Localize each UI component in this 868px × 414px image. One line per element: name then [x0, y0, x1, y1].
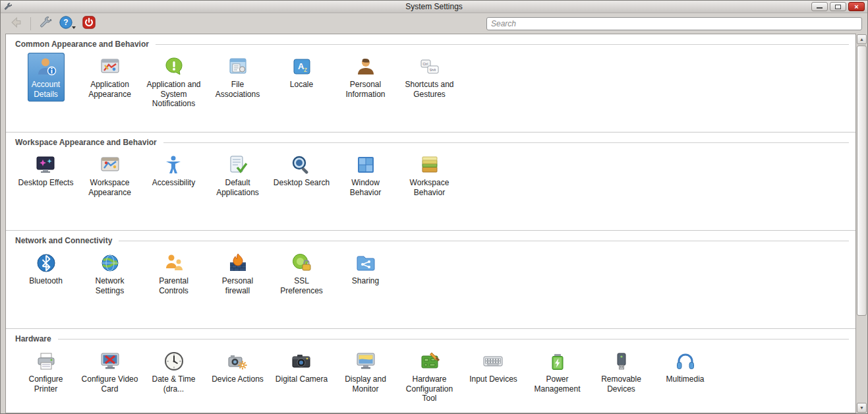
settings-item-account-details[interactable]: Account Details — [14, 53, 78, 102]
settings-item-inner: Account Details — [28, 53, 65, 102]
settings-item-label: Desktop Effects — [18, 178, 74, 188]
settings-item-inner: Bluetooth — [27, 249, 65, 289]
settings-content: Common Appearance and BehaviorAccount De… — [5, 34, 856, 413]
settings-item-bluetooth[interactable]: Bluetooth — [14, 249, 78, 289]
section-rule — [163, 142, 849, 143]
back-button[interactable] — [6, 15, 26, 33]
settings-item-window-behavior[interactable]: Window Behavior — [333, 151, 397, 200]
power-icon — [82, 15, 96, 32]
settings-item-hardware-configuration-tool[interactable]: Hardware Configuration Tool — [397, 347, 461, 406]
settings-item-label: Network Settings — [82, 276, 138, 295]
close-icon: × — [854, 3, 858, 11]
settings-item-personal-firewall[interactable]: Personal firewall — [206, 249, 270, 298]
settings-item-label: Sharing — [352, 276, 379, 286]
device-actions-icon — [226, 350, 248, 372]
file-associations-icon — [227, 55, 249, 78]
settings-item-digital-camera[interactable]: Digital Camera — [270, 347, 333, 387]
settings-item-inner: Personal firewall — [208, 249, 268, 298]
sharing-icon — [355, 252, 377, 274]
settings-item-locale[interactable]: AzLocale — [270, 53, 333, 92]
configure-video-card-icon — [99, 350, 121, 372]
settings-item-inner: File Associations — [208, 53, 268, 102]
settings-item-label: Hardware Configuration Tool — [401, 374, 458, 403]
settings-item-label: Application and System Notifications — [146, 80, 202, 109]
svg-text:Ctrl: Ctrl — [422, 62, 428, 66]
settings-item-application-appearance[interactable]: Application Appearance — [78, 53, 142, 102]
section-header: Network and Connectivity — [10, 232, 852, 249]
settings-item-workspace-behavior[interactable]: Workspace Behavior — [397, 151, 461, 200]
section-items: Account DetailsApplication AppearanceApp… — [10, 53, 852, 113]
settings-item-inner: Input Devices — [467, 347, 519, 387]
close-button[interactable]: × — [848, 2, 865, 11]
settings-item-inner: Configure Printer — [16, 347, 76, 396]
settings-item-inner: Sharing — [350, 249, 381, 289]
settings-item-removable-devices[interactable]: Removable Devices — [589, 347, 653, 396]
settings-item-label: Workspace Appearance — [82, 178, 138, 197]
settings-item-shortcuts-and-gestures[interactable]: CtrlShiftShortcuts and Gestures — [397, 53, 461, 102]
settings-item-inner: CtrlShiftShortcuts and Gestures — [399, 53, 460, 102]
section-header: Common Appearance and Behavior — [10, 36, 852, 53]
section-items: Desktop EffectsWorkspace AppearanceAcces… — [10, 151, 852, 212]
section-items: BluetoothNetwork SettingsParental Contro… — [10, 249, 852, 310]
settings-item-sharing[interactable]: Sharing — [333, 249, 397, 289]
configure-button[interactable] — [36, 15, 55, 33]
section-title: Workspace Appearance and Behavior — [15, 138, 157, 147]
settings-item-label: Display and Monitor — [337, 374, 394, 394]
back-arrow-icon — [9, 15, 23, 32]
settings-item-inner: Accessibility — [150, 151, 197, 191]
workspace-appearance-icon — [99, 154, 121, 176]
scroll-up-button[interactable]: ▲ — [857, 34, 867, 44]
desktop-search-icon — [290, 154, 312, 176]
application-appearance-icon — [99, 55, 121, 78]
settings-item-desktop-search[interactable]: Desktop Search — [270, 151, 333, 191]
settings-item-file-associations[interactable]: File Associations — [206, 53, 270, 102]
settings-item-label: Input Devices — [469, 374, 517, 384]
window-title: System Settings — [1, 2, 867, 11]
settings-item-input-devices[interactable]: Input Devices — [461, 347, 525, 387]
scrollbar-track[interactable] — [857, 45, 867, 401]
titlebar[interactable]: System Settings × — [1, 1, 867, 13]
maximize-icon — [835, 5, 841, 9]
personal-information-icon — [355, 55, 377, 78]
settings-item-default-applications[interactable]: Default Applications — [206, 151, 270, 200]
settings-item-configure-printer[interactable]: Configure Printer — [14, 347, 78, 396]
settings-item-inner: Application and System Notifications — [144, 53, 204, 111]
settings-item-display-and-monitor[interactable]: Display and Monitor — [333, 347, 397, 396]
settings-item-ssl-preferences[interactable]: SSL Preferences — [270, 249, 333, 298]
settings-item-parental-controls[interactable]: Parental Controls — [142, 249, 206, 298]
settings-item-inner: Network Settings — [80, 249, 140, 298]
settings-item-inner: Date & Time (dra... — [144, 347, 204, 396]
window-controls: × — [811, 2, 865, 11]
window-behavior-icon — [355, 154, 377, 176]
help-button[interactable]: ? — [57, 15, 77, 33]
section-header: Hardware — [10, 330, 852, 347]
toolbar: ? — [1, 13, 867, 34]
minimize-button[interactable] — [811, 2, 828, 11]
svg-text:Shift: Shift — [429, 68, 436, 72]
settings-item-personal-information[interactable]: Personal Information — [333, 53, 397, 102]
settings-item-configure-video-card[interactable]: Configure Video Card — [78, 347, 142, 396]
settings-item-accessibility[interactable]: Accessibility — [142, 151, 206, 191]
hardware-configuration-icon — [419, 350, 441, 372]
scroll-down-button[interactable]: ▼ — [857, 403, 867, 413]
settings-item-application-and-system-notifications[interactable]: Application and System Notifications — [142, 53, 206, 111]
settings-item-label: Configure Printer — [18, 374, 74, 394]
maximize-button[interactable] — [830, 2, 846, 11]
settings-item-workspace-appearance[interactable]: Workspace Appearance — [78, 151, 142, 200]
settings-item-desktop-effects[interactable]: Desktop Effects — [14, 151, 78, 191]
settings-item-network-settings[interactable]: Network Settings — [78, 249, 142, 298]
power-management-icon — [546, 350, 569, 372]
vertical-scrollbar[interactable]: ▲ ▼ — [856, 34, 867, 413]
settings-item-device-actions[interactable]: Device Actions — [206, 347, 270, 387]
locale-icon: Az — [291, 55, 313, 78]
settings-section-common-appearance-and-behavior: Common Appearance and BehaviorAccount De… — [6, 34, 855, 133]
app-wrench-icon — [3, 2, 13, 11]
search-input[interactable] — [486, 17, 862, 30]
settings-item-power-management[interactable]: Power Management — [525, 347, 589, 396]
settings-item-date-time-dra[interactable]: Date & Time (dra... — [142, 347, 206, 396]
scrollbar-thumb[interactable] — [857, 45, 867, 316]
section-title: Network and Connectivity — [15, 236, 112, 245]
quit-button[interactable] — [79, 15, 99, 33]
desktop-effects-icon — [34, 154, 57, 176]
settings-item-multimedia[interactable]: Multimedia — [653, 347, 717, 387]
